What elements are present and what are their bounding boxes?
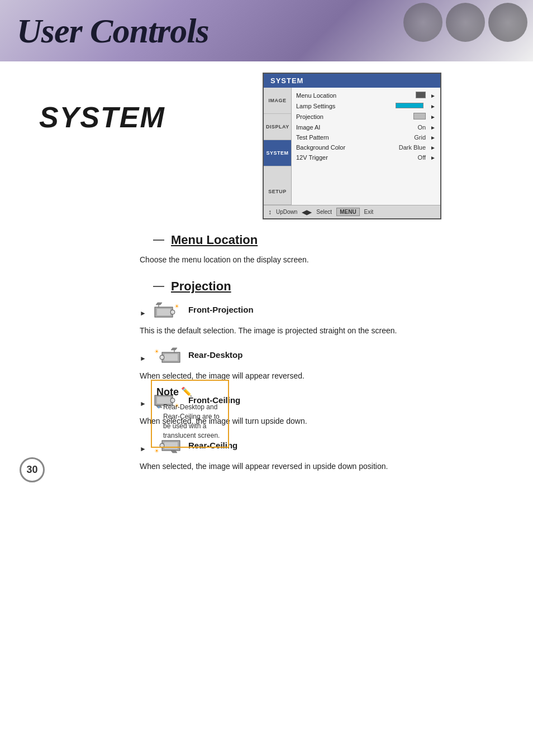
menu-location-heading: Menu Location	[140, 233, 516, 247]
front-proj-desc: This is the default selection. The image…	[140, 325, 516, 337]
svg-rect-1	[157, 309, 170, 315]
content-area: Menu Location Choose the menu location o…	[0, 233, 533, 494]
osd-row-projection[interactable]: Projection ►	[292, 111, 440, 122]
diamond-icon: ✦	[156, 404, 161, 412]
header-decoration	[403, 3, 527, 42]
svg-marker-21	[171, 451, 177, 453]
projection-heading: Projection	[140, 279, 516, 294]
osd-nav: IMAGE DISPLAY SYSTEM SETUP	[264, 88, 292, 205]
nav-image[interactable]: IMAGE	[264, 88, 291, 114]
svg-text:☀: ☀	[154, 448, 159, 454]
pencil-icon: ✏️	[181, 386, 192, 398]
arrow-12v: ►	[430, 155, 436, 161]
osd-menu-panel: SYSTEM IMAGE DISPLAY SYSTEM SETUP Menu L…	[263, 73, 441, 219]
projection-section: Projection Note ✏️ ✦ Rear-Desktop and Re…	[140, 279, 516, 472]
header-banner: User Controls	[0, 0, 533, 61]
osd-row-menu-location[interactable]: Menu Location ►	[292, 90, 440, 101]
updown-label: UpDown	[276, 209, 297, 215]
svg-point-8	[160, 355, 164, 360]
svg-text:☀: ☀	[174, 303, 179, 309]
menu-location-desc: Choose the menu location on the display …	[140, 254, 516, 266]
nav-setup[interactable]: SETUP	[264, 166, 291, 205]
svg-text:☀: ☀	[154, 348, 159, 355]
osd-row-image-ai[interactable]: Image AI On ►	[292, 122, 440, 132]
osd-row-test-pattern[interactable]: Test Pattern Grid ►	[292, 132, 440, 142]
page-number: 30	[20, 457, 45, 482]
arrow-rear-desktop: ►	[140, 355, 146, 362]
note-box: Note ✏️ ✦ Rear-Desktop and Rear-Ceiling …	[151, 380, 229, 448]
left-panel: SYSTEM	[11, 67, 257, 145]
svg-rect-7	[164, 354, 178, 361]
svg-point-2	[170, 310, 175, 314]
select-icon: ◀▶	[302, 208, 312, 216]
option-rear-desktop: ► ☀ Rear-Desktop When selected, the imag…	[140, 346, 516, 382]
arrow-image-ai: ►	[430, 125, 436, 131]
osd-sidebar: IMAGE DISPLAY SYSTEM SETUP Menu Location	[264, 88, 440, 205]
arrow-front-ceiling: ►	[140, 400, 146, 408]
osd-title: SYSTEM	[264, 74, 440, 88]
deco-circle-2	[446, 3, 485, 42]
page-title: User Controls	[0, 11, 209, 51]
arrow-bg-color: ►	[430, 145, 436, 151]
rear-desktop-icon: ☀	[152, 346, 183, 367]
updown-icon: ↕	[268, 208, 272, 216]
osd-row-bg-color[interactable]: Background Color Dark Blue ►	[292, 142, 440, 152]
note-header: Note ✏️	[156, 385, 223, 399]
osd-row-12v[interactable]: 12V Trigger Off ►	[292, 152, 440, 162]
menu-location-section: Menu Location Choose the menu location o…	[140, 233, 516, 266]
option-front-projection: ► ☀ Front-Projection This is the default…	[140, 300, 516, 337]
nav-display[interactable]: DISPLAY	[264, 114, 291, 140]
system-title: SYSTEM	[39, 101, 240, 134]
note-title: Note	[156, 385, 179, 399]
rear-desktop-label: Rear-Desktop	[188, 350, 243, 360]
arrow-menu-location: ►	[430, 93, 436, 99]
select-label: Select	[316, 209, 332, 215]
front-projection-icon: ☀	[152, 300, 183, 322]
note-item-1: ✦ Rear-Desktop and Rear-Ceiling are to b…	[156, 403, 223, 440]
arrow-lamp: ►	[430, 103, 436, 109]
menu-button[interactable]: MENU	[336, 208, 359, 216]
exit-label: Exit	[364, 209, 374, 215]
arrow-front-proj: ►	[140, 309, 146, 317]
osd-menu: SYSTEM IMAGE DISPLAY SYSTEM SETUP Menu L…	[263, 73, 441, 219]
deco-circle-3	[488, 3, 527, 42]
nav-system[interactable]: SYSTEM	[264, 140, 291, 166]
front-proj-label: Front-Projection	[188, 305, 254, 314]
osd-row-lamp[interactable]: Lamp Settings ►	[292, 101, 440, 111]
svg-marker-9	[171, 348, 177, 350]
rear-ceiling-desc: When selected, the image will appear rev…	[140, 461, 516, 472]
arrow-projection: ►	[430, 114, 436, 120]
osd-items: Menu Location ► Lamp Settings	[292, 88, 440, 205]
deco-circle-1	[403, 3, 442, 42]
arrow-rear-ceiling: ►	[140, 445, 146, 453]
svg-marker-3	[156, 303, 162, 305]
osd-footer: ↕ UpDown ◀▶ Select MENU Exit	[264, 205, 440, 218]
arrow-test-pattern: ►	[430, 135, 436, 141]
